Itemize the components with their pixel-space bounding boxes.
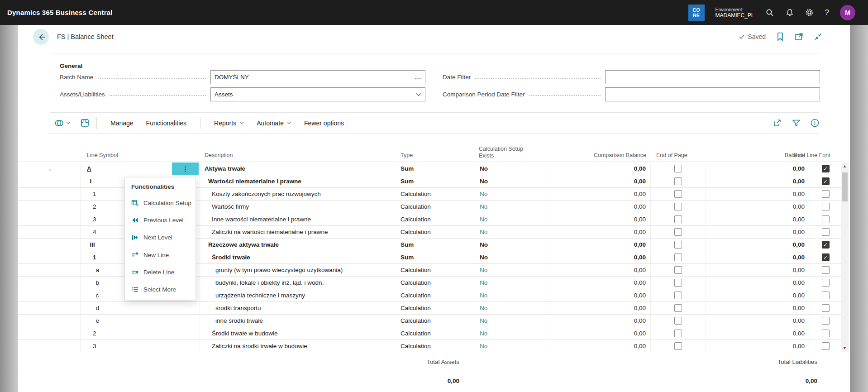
assist-edit-button[interactable]: ... <box>415 74 421 81</box>
column-header-description[interactable]: Description <box>205 152 233 158</box>
cell-description[interactable]: Koszty zakończonych prac rozwojowych <box>200 188 398 200</box>
analysis-mode-button[interactable] <box>81 119 89 127</box>
cell-calc-setup-exists[interactable]: No <box>475 302 545 314</box>
scrollbar-up-arrow-icon[interactable]: ▲ <box>841 163 849 170</box>
comparison-period-date-filter-input[interactable] <box>605 87 820 101</box>
app-title[interactable]: Dynamics 365 Business Central <box>7 9 113 16</box>
bold-line-font-checkbox[interactable] <box>822 241 830 249</box>
cell-balance[interactable]: 0,00 <box>706 239 810 251</box>
menu-item-new-line[interactable]: New Line <box>125 246 196 263</box>
column-header-bold-line-font[interactable]: Bold Line Font <box>794 152 830 158</box>
notifications-bell-icon[interactable] <box>785 8 794 17</box>
cell-balance[interactable]: 0,00 <box>706 188 810 200</box>
open-in-new-window-icon[interactable] <box>795 32 804 41</box>
cell-type[interactable]: Calculation <box>398 226 475 238</box>
line-symbol-value[interactable]: 4 <box>81 229 96 235</box>
bold-line-font-checkbox[interactable] <box>822 292 830 299</box>
collapse-icon[interactable] <box>814 32 823 41</box>
column-header-calculation-setup-exists[interactable]: Calculation Setup Exists <box>479 146 534 159</box>
cell-context-menu-button[interactable]: ⋮ <box>172 163 199 175</box>
bold-line-font-checkbox[interactable] <box>822 266 830 274</box>
line-symbol-value[interactable]: 2 <box>81 203 96 210</box>
cell-description[interactable]: urządzenia techniczne i maszyny <box>200 289 398 301</box>
cell-comparison-balance[interactable]: 0,00 <box>545 315 651 327</box>
cell-line-symbol[interactable]: e <box>81 315 200 327</box>
menu-item-delete-line[interactable]: Delete Line <box>125 263 196 281</box>
cell-balance[interactable]: 0,00 <box>706 251 810 263</box>
cell-comparison-balance[interactable]: 0,00 <box>545 302 651 314</box>
cell-calc-setup-exists[interactable]: No <box>475 315 545 327</box>
end-of-page-checkbox[interactable] <box>674 279 682 287</box>
avatar[interactable]: M <box>840 5 855 20</box>
cell-comparison-balance[interactable]: 0,00 <box>545 264 651 276</box>
settings-gear-icon[interactable] <box>805 8 814 17</box>
cell-comparison-balance[interactable]: 0,00 <box>545 213 651 225</box>
cell-type[interactable]: Calculation <box>398 315 475 327</box>
cell-comparison-balance[interactable]: 0,00 <box>545 327 651 339</box>
info-icon[interactable] <box>811 119 819 127</box>
cell-description[interactable]: inne środki trwałe <box>200 315 398 327</box>
line-symbol-value[interactable]: 1 <box>81 191 96 197</box>
menu-item-calculation-setup[interactable]: Calculation Setup <box>125 194 196 211</box>
column-header-balance[interactable]: Balance <box>706 152 805 158</box>
cell-balance[interactable]: 0,00 <box>706 302 810 314</box>
cell-line-symbol[interactable]: 3 <box>81 340 200 352</box>
cell-type[interactable]: Sum <box>398 251 475 263</box>
bold-line-font-checkbox[interactable] <box>822 304 830 312</box>
cell-balance[interactable]: 0,00 <box>706 277 810 289</box>
environment-info[interactable]: Environment: MADAMIEC_PL <box>715 7 754 19</box>
cell-calc-setup-exists[interactable]: No <box>475 327 545 339</box>
line-symbol-value[interactable]: e <box>81 317 99 324</box>
line-symbol-value[interactable]: d <box>81 305 99 311</box>
cell-description[interactable]: Wartość firmy <box>200 201 398 213</box>
cell-comparison-balance[interactable]: 0,00 <box>545 239 651 251</box>
end-of-page-checkbox[interactable] <box>674 177 682 185</box>
cell-calc-setup-exists[interactable]: No <box>475 264 545 276</box>
end-of-page-checkbox[interactable] <box>674 190 682 198</box>
cell-calc-setup-exists[interactable]: No <box>475 201 545 213</box>
help-icon[interactable]: ? <box>825 8 829 17</box>
cell-calc-setup-exists[interactable]: No <box>475 163 545 175</box>
cell-balance[interactable]: 0,00 <box>706 264 810 276</box>
toolbar-item-manage[interactable]: Manage <box>104 120 140 127</box>
toolbar-item-functionalities[interactable]: Functionalities <box>140 120 193 127</box>
cell-calc-setup-exists[interactable]: No <box>475 239 545 251</box>
bold-line-font-checkbox[interactable] <box>822 177 830 185</box>
cell-type[interactable]: Calculation <box>398 327 475 339</box>
cell-calc-setup-exists[interactable]: No <box>475 175 545 187</box>
cell-type[interactable]: Calculation <box>398 201 475 213</box>
cell-description[interactable]: Środki trwałe <box>200 251 398 263</box>
end-of-page-checkbox[interactable] <box>674 304 682 312</box>
cell-description[interactable]: Zaliczki na wartości niematerialne i pra… <box>200 226 398 238</box>
cell-description[interactable]: Inne wartości niematerialne i prawne <box>200 213 398 225</box>
cell-balance[interactable]: 0,00 <box>706 163 810 175</box>
cell-type[interactable]: Sum <box>398 239 475 251</box>
cell-description[interactable]: budynki, lokale i obiekty inż. ląd. i wo… <box>200 277 398 289</box>
cell-balance[interactable]: 0,00 <box>706 175 810 187</box>
cell-comparison-balance[interactable]: 0,00 <box>545 175 651 187</box>
cell-calc-setup-exists[interactable]: No <box>475 289 545 301</box>
toolbar-item-fewer-options[interactable]: Fewer options <box>298 120 350 127</box>
bold-line-font-checkbox[interactable] <box>822 317 830 325</box>
end-of-page-checkbox[interactable] <box>674 266 682 274</box>
search-icon[interactable] <box>765 8 774 17</box>
cell-type[interactable]: Calculation <box>398 340 475 352</box>
cell-calc-setup-exists[interactable]: No <box>475 340 545 352</box>
cell-type[interactable]: Calculation <box>398 213 475 225</box>
cell-type[interactable]: Calculation <box>398 289 475 301</box>
column-header-comparison-balance[interactable]: Comparison Balance <box>545 152 646 158</box>
cell-type[interactable]: Calculation <box>398 302 475 314</box>
cell-comparison-balance[interactable]: 0,00 <box>545 188 651 200</box>
cell-comparison-balance[interactable]: 0,00 <box>545 289 651 301</box>
section-title-general[interactable]: General <box>60 62 82 69</box>
cell-calc-setup-exists[interactable]: No <box>475 213 545 225</box>
line-symbol-value[interactable]: A <box>81 165 91 172</box>
column-header-line-symbol[interactable]: Line Symbol <box>87 152 118 158</box>
end-of-page-checkbox[interactable] <box>674 165 682 172</box>
environment-badge[interactable]: CO RE <box>688 5 705 21</box>
toolbar-item-reports[interactable]: Reports <box>208 120 250 127</box>
date-filter-input[interactable] <box>605 70 820 84</box>
vertical-scrollbar[interactable]: ▲ ▼ <box>841 163 849 352</box>
cell-balance[interactable]: 0,00 <box>706 340 810 352</box>
cell-description[interactable]: Środki trwałe w budowie <box>200 327 398 339</box>
